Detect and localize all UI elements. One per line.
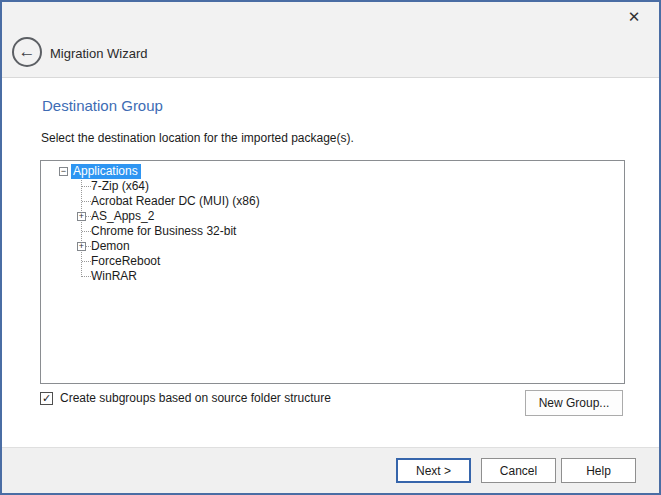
- tree-node-winrar[interactable]: WinRAR: [41, 269, 624, 284]
- create-subgroups-checkbox[interactable]: ✓: [40, 392, 53, 405]
- tree-node-forcereboot[interactable]: ForceReboot: [41, 254, 624, 269]
- expand-expander-icon[interactable]: +: [77, 242, 86, 251]
- back-arrow-icon: ←: [19, 42, 36, 61]
- tree-node-chrome-for-business[interactable]: Chrome for Business 32-bit: [41, 224, 624, 239]
- page-title: Destination Group: [42, 97, 163, 114]
- next-button[interactable]: Next >: [396, 458, 471, 483]
- wizard-footer: Next > Cancel Help: [2, 447, 659, 493]
- expand-expander-icon[interactable]: +: [77, 212, 86, 221]
- tree-node-applications[interactable]: − Applications: [41, 164, 624, 179]
- close-button[interactable]: ✕: [625, 8, 643, 26]
- destination-tree-panel[interactable]: − Applications 7-Zip (x64) Acrobat Reade…: [40, 160, 625, 384]
- tree-node-label[interactable]: ForceReboot: [91, 254, 160, 268]
- destination-tree: − Applications 7-Zip (x64) Acrobat Reade…: [41, 161, 624, 284]
- tree-node-label[interactable]: WinRAR: [91, 269, 137, 283]
- create-subgroups-option: ✓ Create subgroups based on source folde…: [40, 391, 331, 405]
- tree-node-demon[interactable]: + Demon: [41, 239, 624, 254]
- wizard-title: Migration Wizard: [50, 46, 148, 61]
- tree-node-acrobat-reader[interactable]: Acrobat Reader DC (MUI) (x86): [41, 194, 624, 209]
- instruction-text: Select the destination location for the …: [41, 131, 354, 145]
- tree-node-label[interactable]: Chrome for Business 32-bit: [91, 224, 236, 238]
- new-group-button-label: New Group...: [539, 396, 610, 410]
- close-icon: ✕: [628, 8, 641, 25]
- help-button[interactable]: Help: [561, 458, 636, 483]
- back-button[interactable]: ←: [12, 37, 42, 67]
- tree-node-label[interactable]: Applications: [71, 164, 141, 179]
- tree-node-label[interactable]: Acrobat Reader DC (MUI) (x86): [91, 194, 260, 208]
- new-group-button[interactable]: New Group...: [525, 390, 623, 416]
- collapse-expander-icon[interactable]: −: [59, 167, 68, 176]
- cancel-button[interactable]: Cancel: [481, 458, 556, 483]
- tree-node-label[interactable]: Demon: [91, 239, 130, 253]
- next-button-label: Next >: [416, 464, 451, 478]
- wizard-header: ← Migration Wizard ✕: [2, 2, 659, 78]
- tree-node-7zip[interactable]: 7-Zip (x64): [41, 179, 624, 194]
- cancel-button-label: Cancel: [500, 464, 537, 478]
- migration-wizard-dialog: ← Migration Wizard ✕ Destination Group S…: [0, 0, 661, 495]
- checkmark-icon: ✓: [42, 392, 51, 404]
- create-subgroups-label[interactable]: Create subgroups based on source folder …: [60, 391, 331, 405]
- tree-node-label[interactable]: 7-Zip (x64): [91, 179, 149, 193]
- help-button-label: Help: [586, 464, 611, 478]
- tree-node-as-apps-2[interactable]: + AS_Apps_2: [41, 209, 624, 224]
- tree-node-label[interactable]: AS_Apps_2: [91, 209, 154, 223]
